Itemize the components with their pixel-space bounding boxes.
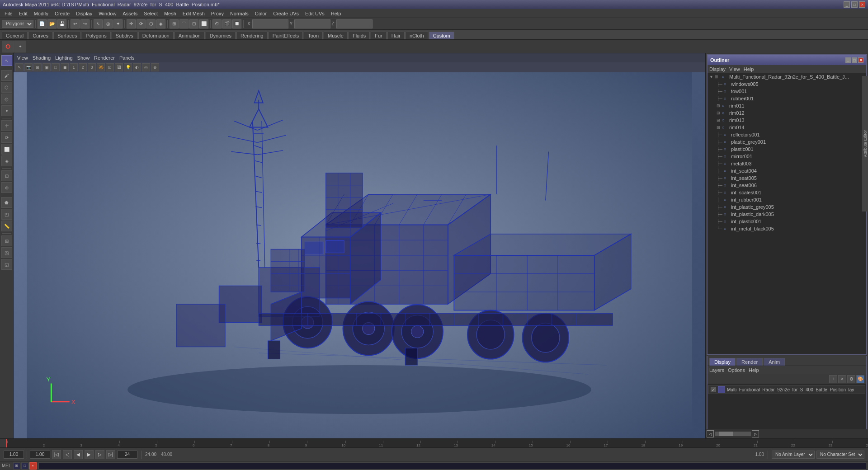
ol-item-int-seat004[interactable]: ├─ ○ int_seat004 xyxy=(708,167,866,174)
ol-item-mirror001[interactable]: ├─ ○ mirror001 xyxy=(708,153,866,160)
vp-smooth3-btn[interactable]: 3 xyxy=(88,63,96,71)
ol-item-int-seat006[interactable]: ├─ ○ int_seat006 xyxy=(708,182,866,189)
ly-menu-layers[interactable]: Layers xyxy=(709,367,724,373)
ol-item-int-rubber001[interactable]: ├─ ○ int_rubber001 xyxy=(708,196,866,203)
menu-color[interactable]: Color xyxy=(252,10,269,17)
layers-tab-display[interactable]: Display xyxy=(709,358,736,366)
show-manip-btn[interactable]: ⬟ xyxy=(1,197,12,208)
shelf-tab-rendering[interactable]: Rendering xyxy=(236,32,268,39)
vp-menu-panels[interactable]: Panels xyxy=(119,55,135,61)
ol-item-int-metal-black005[interactable]: └─ ○ int_metal_black005 xyxy=(708,225,866,232)
mel-history-btn[interactable]: □ xyxy=(21,462,28,470)
ol-item-rim013[interactable]: ⊞ ○ rim013 xyxy=(708,117,866,124)
vp-shadows-btn[interactable]: ◐ xyxy=(133,63,141,71)
layers-color-btn[interactable]: 🎨 xyxy=(856,375,864,383)
snap-point-btn[interactable]: ⊡ xyxy=(189,19,198,28)
vp-grid-btn[interactable]: ⊞ xyxy=(33,63,42,71)
rotate-btn[interactable]: ⟳ xyxy=(137,19,146,28)
ol-expand-root[interactable]: ▼ xyxy=(709,75,715,79)
vp-menu-shading[interactable]: Shading xyxy=(33,55,51,61)
vp-display2-btn[interactable]: □ xyxy=(52,63,60,71)
snap-surface-btn[interactable]: ⬜ xyxy=(199,19,208,28)
attribute-editor-tab[interactable]: Attribute Editor xyxy=(862,76,868,212)
menu-edit-uvs[interactable]: Edit UVs xyxy=(302,10,327,17)
shelf-tab-fur[interactable]: Fur xyxy=(371,32,387,39)
undo-btn[interactable]: ↩ xyxy=(71,19,80,28)
shelf-tab-polygons[interactable]: Polygons xyxy=(82,32,110,39)
paint-btn[interactable]: ✦ xyxy=(113,19,123,28)
ol-item-reflectors001[interactable]: ├─ ○ reflectors001 xyxy=(708,131,866,138)
go-to-start-btn[interactable]: |◁ xyxy=(52,450,61,459)
outliner-minimize-btn[interactable]: _ xyxy=(845,57,851,63)
layer-visibility-0[interactable] xyxy=(718,386,725,393)
timeline-playhead[interactable] xyxy=(6,439,7,447)
snap-curve-btn[interactable]: ⌒ xyxy=(179,19,189,28)
soft-mod-btn[interactable]: ⊡ xyxy=(1,170,12,181)
menu-proxy[interactable]: Proxy xyxy=(208,10,226,17)
go-to-end-btn[interactable]: ▷| xyxy=(106,450,115,459)
ol-root-item[interactable]: ▼ ⊞ ○ Multi_Functional_Radar_92n2e_for_S… xyxy=(708,73,866,80)
ol-item-int-plastic001[interactable]: ├─ ○ int_plastic001 xyxy=(708,218,866,225)
vp-frame-btn[interactable]: ⊕ xyxy=(151,63,159,71)
shelf-tab-surfaces[interactable]: Surfaces xyxy=(53,32,81,39)
menu-mesh[interactable]: Mesh xyxy=(161,10,179,17)
mel-close-btn[interactable]: × xyxy=(29,462,37,470)
menu-help[interactable]: Help xyxy=(328,10,344,17)
universal-manip-btn[interactable]: ◈ xyxy=(156,19,165,28)
shelf-tab-ncloth[interactable]: nCloth xyxy=(406,32,428,39)
ol-item-rubber001[interactable]: ├─ ○ rubber001 xyxy=(708,95,866,102)
paint-select-btn[interactable]: 🖌 xyxy=(1,70,12,81)
layers-new-btn[interactable]: + xyxy=(829,375,837,383)
ly-menu-options[interactable]: Options xyxy=(728,367,745,373)
outliner-maximize-btn[interactable]: □ xyxy=(852,57,857,63)
tool4-btn[interactable]: ◎ xyxy=(1,94,12,104)
layers-options-btn[interactable]: ⚙ xyxy=(847,375,855,383)
layers-tab-render[interactable]: Render xyxy=(736,358,763,366)
ol-item-int-seat005[interactable]: ├─ ○ int_seat005 xyxy=(708,174,866,182)
shelf-tab-subdivs[interactable]: Subdivs xyxy=(112,32,137,39)
y-transform-field[interactable] xyxy=(294,19,330,28)
ol-item-rim012[interactable]: ⊞ ○ rim012 xyxy=(708,109,866,117)
shelf-tab-hair[interactable]: Hair xyxy=(387,32,405,39)
ol-item-int-scales001[interactable]: ├─ ○ int_scales001 xyxy=(708,189,866,196)
shelf-tab-dynamics[interactable]: Dynamics xyxy=(206,32,236,39)
menu-edit-mesh[interactable]: Edit Mesh xyxy=(180,10,208,17)
history-btn[interactable]: ⏱ xyxy=(212,19,222,28)
vp-smooth2-btn[interactable]: 2 xyxy=(79,63,87,71)
vp-menu-lighting[interactable]: Lighting xyxy=(55,55,73,61)
menu-edit[interactable]: Edit xyxy=(16,10,30,17)
menu-create-uvs[interactable]: Create UVs xyxy=(270,10,302,17)
ol-item-plastic001[interactable]: ├─ ○ plastic001 xyxy=(708,146,866,153)
vp-isolate-btn[interactable]: ◎ xyxy=(142,63,150,71)
ol-item-tow001[interactable]: ├─ ○ tow001 xyxy=(708,88,866,95)
redo-btn[interactable]: ↪ xyxy=(80,19,90,28)
vp-menu-show[interactable]: Show xyxy=(77,55,90,61)
render-btn[interactable]: 🎬 xyxy=(222,19,231,28)
play-back-btn[interactable]: ◀ xyxy=(74,450,83,459)
menu-normals[interactable]: Normals xyxy=(227,10,251,17)
new-scene-btn[interactable]: 📄 xyxy=(38,19,47,28)
mode-select[interactable]: Polygons xyxy=(2,20,33,28)
layers-delete-btn[interactable]: × xyxy=(838,375,846,383)
layer-checkbox-0[interactable]: ✓ xyxy=(711,387,716,392)
range-start-input[interactable] xyxy=(30,451,50,459)
vp-menu-renderer[interactable]: Renderer xyxy=(94,55,115,61)
tool3-btn[interactable]: ⬡ xyxy=(1,82,12,93)
shelf-icon-1[interactable]: ⭕ xyxy=(2,41,14,52)
ol-item-windows005[interactable]: ├─ ○ windows005 xyxy=(708,80,866,88)
outliner-close-btn[interactable]: ✕ xyxy=(858,57,863,63)
ipr-btn[interactable]: 🔲 xyxy=(232,19,241,28)
sculpt-btn[interactable]: ⊕ xyxy=(1,182,12,193)
open-btn[interactable]: 📂 xyxy=(47,19,57,28)
layer-row-0[interactable]: ✓ Multi_Functional_Radar_92n2e_for_S_400… xyxy=(708,385,865,394)
current-frame-input[interactable] xyxy=(4,451,24,459)
vp-camera-btn[interactable]: 📷 xyxy=(24,63,33,71)
ol-menu-view[interactable]: View xyxy=(729,66,740,72)
shelf-icon-2[interactable]: ✦ xyxy=(14,41,26,52)
lasso-btn[interactable]: ◎ xyxy=(104,19,113,28)
measure-btn[interactable]: 📏 xyxy=(1,221,12,231)
menu-display[interactable]: Display xyxy=(73,10,95,17)
rotate-tool-btn[interactable]: ⟳ xyxy=(1,132,12,143)
vp-display3-btn[interactable]: ◼ xyxy=(61,63,69,71)
menu-modify[interactable]: Modify xyxy=(31,10,51,17)
